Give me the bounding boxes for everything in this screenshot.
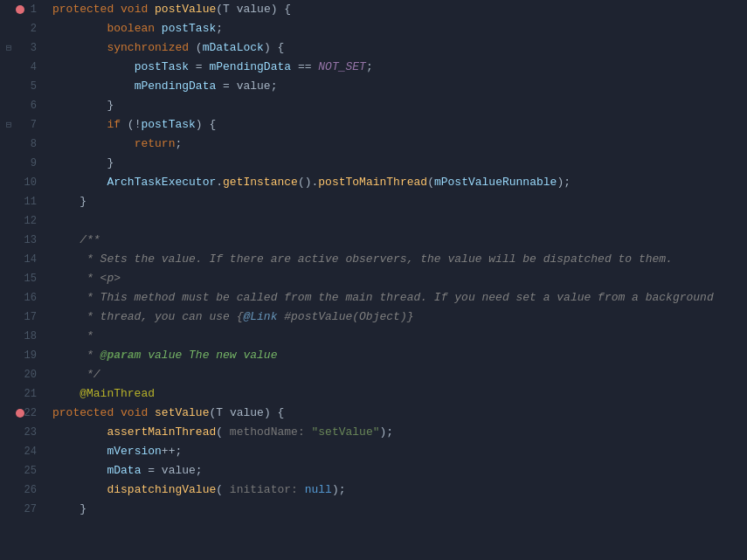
line-number: 11: [24, 192, 37, 211]
token: @param: [100, 346, 142, 365]
fold-icon[interactable]: [3, 43, 14, 53]
code-content: protected void postValue(T value) { bool…: [44, 0, 747, 560]
gutter-line: 25: [0, 461, 44, 480]
token: methodName:: [223, 423, 311, 442]
code-line: protected void postValue(T value) {: [52, 0, 747, 19]
code-line: * Sets the value. If there are active ob…: [52, 250, 747, 269]
gutter-line: 6: [0, 96, 44, 115]
token: ) {: [264, 38, 284, 58]
line-number: 7: [31, 115, 37, 135]
code-line: dispatchingValue( initiator: null);: [52, 480, 747, 500]
code-line: /**: [52, 231, 747, 250]
token: [52, 135, 135, 154]
token: [52, 442, 107, 461]
gutter-line: 11: [0, 192, 44, 211]
token: [114, 404, 121, 423]
line-number: 13: [24, 231, 37, 250]
line-number: 21: [24, 384, 37, 404]
line-gutter: 1234567891011121314151617181920212223242…: [0, 0, 44, 560]
gutter-line: 20: [0, 365, 44, 384]
token: (T value) {: [216, 0, 291, 19]
token: ++;: [162, 442, 182, 461]
token: protected: [52, 404, 114, 423]
token: mVersion: [107, 442, 161, 461]
line-number: 27: [24, 500, 37, 519]
token: mPendingData: [209, 58, 291, 77]
token: * <p>: [52, 269, 121, 288]
token: boolean: [107, 19, 155, 38]
token: (: [216, 423, 223, 442]
token: [52, 115, 107, 135]
token: [148, 0, 155, 19]
code-line: mPendingData = value;: [52, 77, 747, 96]
token: =: [189, 58, 209, 77]
code-line: */: [52, 365, 747, 384]
token: );: [332, 480, 346, 500]
token: ().: [298, 173, 318, 192]
token: * thread, you can use {: [52, 308, 243, 327]
fold-icon[interactable]: [3, 120, 14, 130]
token: if: [107, 115, 121, 135]
line-number: 20: [24, 365, 37, 384]
code-line: [52, 211, 747, 231]
code-line: * thread, you can use {@Link #postValue(…: [52, 308, 747, 327]
code-line: }: [52, 154, 747, 173]
gutter-line: 8: [0, 135, 44, 154]
token: ;: [216, 19, 223, 38]
gutter-line: 22: [0, 404, 44, 423]
line-number: 1: [31, 0, 37, 19]
token: }: [52, 96, 114, 115]
breakpoint-indicator[interactable]: [16, 409, 24, 418]
gutter-line: 10: [0, 173, 44, 192]
line-number: 9: [31, 154, 37, 173]
token: dispatchingValue: [107, 480, 216, 500]
token: [52, 423, 107, 442]
gutter-line: 15: [0, 269, 44, 288]
line-number: 25: [24, 461, 37, 480]
gutter-line: 13: [0, 231, 44, 250]
gutter-line: 17: [0, 308, 44, 327]
token: @Link: [243, 308, 277, 327]
token: (: [216, 480, 223, 500]
line-number: 5: [31, 77, 37, 96]
token: value The new value: [141, 346, 277, 365]
line-number: 24: [24, 442, 37, 461]
token: protected: [52, 0, 114, 19]
gutter-line: 24: [0, 442, 44, 461]
code-line: *: [52, 327, 747, 346]
token: [155, 19, 162, 38]
gutter-line: 1: [0, 0, 44, 19]
code-line: boolean postTask;: [52, 19, 747, 38]
line-number: 4: [31, 58, 37, 77]
breakpoint-indicator[interactable]: [16, 5, 24, 14]
line-number: 15: [24, 269, 37, 288]
line-number: 16: [24, 288, 37, 308]
token: [52, 38, 107, 58]
gutter-line: 9: [0, 154, 44, 173]
token: mDataLock: [203, 38, 264, 58]
line-number: 2: [31, 19, 37, 38]
code-line: protected void setValue(T value) {: [52, 404, 747, 423]
token: ;: [175, 135, 182, 154]
token: /**: [52, 231, 100, 250]
gutter-line: 19: [0, 346, 44, 365]
gutter-line: 21: [0, 384, 44, 404]
token: getInstance: [223, 173, 298, 192]
line-number: 19: [24, 346, 37, 365]
code-line: mVersion++;: [52, 442, 747, 461]
gutter-line: 12: [0, 211, 44, 231]
token: (!: [121, 115, 141, 135]
token: #postValue(Object)}: [277, 308, 413, 327]
token: mPostValueRunnable: [434, 173, 557, 192]
token: * This method must be called from the ma…: [52, 288, 714, 308]
token: );: [380, 423, 394, 442]
token: [52, 480, 107, 500]
token: [52, 19, 107, 38]
token: (: [189, 38, 203, 58]
code-line: assertMainThread( methodName: "setValue"…: [52, 423, 747, 442]
code-line: ArchTaskExecutor.getInstance().postToMai…: [52, 173, 747, 192]
token: return: [135, 135, 176, 154]
token: }: [52, 192, 86, 211]
token: postValue: [155, 0, 216, 19]
token: postTask: [141, 115, 195, 135]
